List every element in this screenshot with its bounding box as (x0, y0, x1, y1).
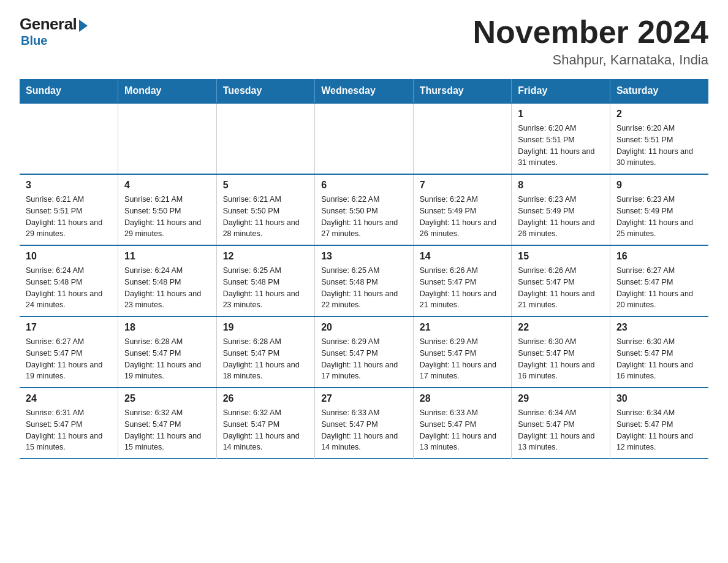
day-number: 20 (321, 322, 407, 333)
calendar-table: SundayMondayTuesdayWednesdayThursdayFrid… (20, 79, 708, 459)
day-info: Sunrise: 6:21 AM Sunset: 5:50 PM Dayligh… (124, 194, 210, 240)
day-number: 28 (420, 393, 506, 404)
logo-triangle-icon (79, 20, 88, 32)
day-number: 9 (616, 180, 702, 191)
calendar-cell: 27Sunrise: 6:33 AM Sunset: 5:47 PM Dayli… (315, 388, 414, 459)
day-number: 7 (420, 180, 506, 191)
day-number: 22 (518, 322, 604, 333)
day-number: 1 (518, 109, 604, 120)
calendar-week-row: 1Sunrise: 6:20 AM Sunset: 5:51 PM Daylig… (20, 103, 708, 174)
calendar-cell: 15Sunrise: 6:26 AM Sunset: 5:47 PM Dayli… (512, 245, 610, 316)
calendar-cell: 16Sunrise: 6:27 AM Sunset: 5:47 PM Dayli… (610, 245, 708, 316)
title-block: November 2024 Shahpur, Karnataka, India (473, 15, 708, 68)
day-info: Sunrise: 6:23 AM Sunset: 5:49 PM Dayligh… (616, 194, 702, 240)
day-info: Sunrise: 6:28 AM Sunset: 5:47 PM Dayligh… (223, 336, 309, 382)
logo: General Blue (20, 15, 88, 48)
day-info: Sunrise: 6:26 AM Sunset: 5:47 PM Dayligh… (420, 265, 506, 311)
day-info: Sunrise: 6:22 AM Sunset: 5:50 PM Dayligh… (321, 194, 407, 240)
logo-general-text: General (20, 15, 77, 34)
day-number: 24 (26, 393, 112, 404)
calendar-cell (315, 103, 414, 174)
calendar-cell: 30Sunrise: 6:34 AM Sunset: 5:47 PM Dayli… (610, 388, 708, 459)
weekday-header-wednesday: Wednesday (315, 79, 414, 103)
calendar-cell (118, 103, 217, 174)
calendar-cell: 29Sunrise: 6:34 AM Sunset: 5:47 PM Dayli… (512, 388, 610, 459)
calendar-week-row: 10Sunrise: 6:24 AM Sunset: 5:48 PM Dayli… (20, 245, 708, 316)
day-number: 23 (616, 322, 702, 333)
day-info: Sunrise: 6:26 AM Sunset: 5:47 PM Dayligh… (518, 265, 604, 311)
day-info: Sunrise: 6:33 AM Sunset: 5:47 PM Dayligh… (420, 407, 506, 453)
weekday-header-sunday: Sunday (20, 79, 118, 103)
calendar-cell: 2Sunrise: 6:20 AM Sunset: 5:51 PM Daylig… (610, 103, 708, 174)
day-number: 8 (518, 180, 604, 191)
day-info: Sunrise: 6:20 AM Sunset: 5:51 PM Dayligh… (616, 123, 702, 169)
day-info: Sunrise: 6:29 AM Sunset: 5:47 PM Dayligh… (321, 336, 407, 382)
calendar-cell: 18Sunrise: 6:28 AM Sunset: 5:47 PM Dayli… (118, 316, 217, 388)
page-header: General Blue November 2024 Shahpur, Karn… (20, 15, 708, 68)
calendar-cell: 26Sunrise: 6:32 AM Sunset: 5:47 PM Dayli… (216, 388, 315, 459)
day-number: 27 (321, 393, 407, 404)
calendar-cell: 28Sunrise: 6:33 AM Sunset: 5:47 PM Dayli… (413, 388, 512, 459)
day-number: 4 (124, 180, 210, 191)
calendar-cell: 6Sunrise: 6:22 AM Sunset: 5:50 PM Daylig… (315, 174, 414, 245)
calendar-cell: 13Sunrise: 6:25 AM Sunset: 5:48 PM Dayli… (315, 245, 414, 316)
calendar-week-row: 3Sunrise: 6:21 AM Sunset: 5:51 PM Daylig… (20, 174, 708, 245)
day-info: Sunrise: 6:21 AM Sunset: 5:51 PM Dayligh… (26, 194, 112, 240)
day-number: 21 (420, 322, 506, 333)
calendar-cell: 14Sunrise: 6:26 AM Sunset: 5:47 PM Dayli… (413, 245, 512, 316)
day-info: Sunrise: 6:25 AM Sunset: 5:48 PM Dayligh… (321, 265, 407, 311)
logo-blue-text: Blue (21, 34, 47, 48)
day-info: Sunrise: 6:20 AM Sunset: 5:51 PM Dayligh… (518, 123, 604, 169)
day-number: 19 (223, 322, 309, 333)
day-info: Sunrise: 6:27 AM Sunset: 5:47 PM Dayligh… (616, 265, 702, 311)
day-number: 26 (223, 393, 309, 404)
day-info: Sunrise: 6:34 AM Sunset: 5:47 PM Dayligh… (518, 407, 604, 453)
day-number: 6 (321, 180, 407, 191)
calendar-cell: 10Sunrise: 6:24 AM Sunset: 5:48 PM Dayli… (20, 245, 118, 316)
day-info: Sunrise: 6:30 AM Sunset: 5:47 PM Dayligh… (616, 336, 702, 382)
calendar-week-row: 17Sunrise: 6:27 AM Sunset: 5:47 PM Dayli… (20, 316, 708, 388)
weekday-header-friday: Friday (512, 79, 610, 103)
calendar-cell: 5Sunrise: 6:21 AM Sunset: 5:50 PM Daylig… (216, 174, 315, 245)
day-info: Sunrise: 6:23 AM Sunset: 5:49 PM Dayligh… (518, 194, 604, 240)
day-number: 3 (26, 180, 112, 191)
day-number: 2 (616, 109, 702, 120)
calendar-cell (20, 103, 118, 174)
calendar-cell: 1Sunrise: 6:20 AM Sunset: 5:51 PM Daylig… (512, 103, 610, 174)
day-info: Sunrise: 6:33 AM Sunset: 5:47 PM Dayligh… (321, 407, 407, 453)
day-info: Sunrise: 6:30 AM Sunset: 5:47 PM Dayligh… (518, 336, 604, 382)
day-info: Sunrise: 6:25 AM Sunset: 5:48 PM Dayligh… (223, 265, 309, 311)
calendar-cell: 7Sunrise: 6:22 AM Sunset: 5:49 PM Daylig… (413, 174, 512, 245)
day-info: Sunrise: 6:21 AM Sunset: 5:50 PM Dayligh… (223, 194, 309, 240)
day-number: 15 (518, 251, 604, 262)
calendar-cell (216, 103, 315, 174)
calendar-cell: 4Sunrise: 6:21 AM Sunset: 5:50 PM Daylig… (118, 174, 217, 245)
calendar-cell: 22Sunrise: 6:30 AM Sunset: 5:47 PM Dayli… (512, 316, 610, 388)
day-info: Sunrise: 6:27 AM Sunset: 5:47 PM Dayligh… (26, 336, 112, 382)
day-info: Sunrise: 6:32 AM Sunset: 5:47 PM Dayligh… (223, 407, 309, 453)
day-number: 10 (26, 251, 112, 262)
calendar-cell: 23Sunrise: 6:30 AM Sunset: 5:47 PM Dayli… (610, 316, 708, 388)
weekday-header-saturday: Saturday (610, 79, 708, 103)
day-number: 12 (223, 251, 309, 262)
day-number: 18 (124, 322, 210, 333)
calendar-title: November 2024 (473, 15, 708, 50)
day-info: Sunrise: 6:32 AM Sunset: 5:47 PM Dayligh… (124, 407, 210, 453)
weekday-header-thursday: Thursday (413, 79, 512, 103)
day-info: Sunrise: 6:29 AM Sunset: 5:47 PM Dayligh… (420, 336, 506, 382)
day-number: 13 (321, 251, 407, 262)
day-info: Sunrise: 6:28 AM Sunset: 5:47 PM Dayligh… (124, 336, 210, 382)
calendar-cell: 9Sunrise: 6:23 AM Sunset: 5:49 PM Daylig… (610, 174, 708, 245)
calendar-cell: 17Sunrise: 6:27 AM Sunset: 5:47 PM Dayli… (20, 316, 118, 388)
day-info: Sunrise: 6:24 AM Sunset: 5:48 PM Dayligh… (26, 265, 112, 311)
day-number: 25 (124, 393, 210, 404)
calendar-cell (413, 103, 512, 174)
calendar-cell: 11Sunrise: 6:24 AM Sunset: 5:48 PM Dayli… (118, 245, 217, 316)
day-info: Sunrise: 6:22 AM Sunset: 5:49 PM Dayligh… (420, 194, 506, 240)
calendar-cell: 19Sunrise: 6:28 AM Sunset: 5:47 PM Dayli… (216, 316, 315, 388)
calendar-week-row: 24Sunrise: 6:31 AM Sunset: 5:47 PM Dayli… (20, 388, 708, 459)
day-number: 5 (223, 180, 309, 191)
calendar-location: Shahpur, Karnataka, India (473, 52, 708, 68)
calendar-cell: 8Sunrise: 6:23 AM Sunset: 5:49 PM Daylig… (512, 174, 610, 245)
calendar-cell: 3Sunrise: 6:21 AM Sunset: 5:51 PM Daylig… (20, 174, 118, 245)
